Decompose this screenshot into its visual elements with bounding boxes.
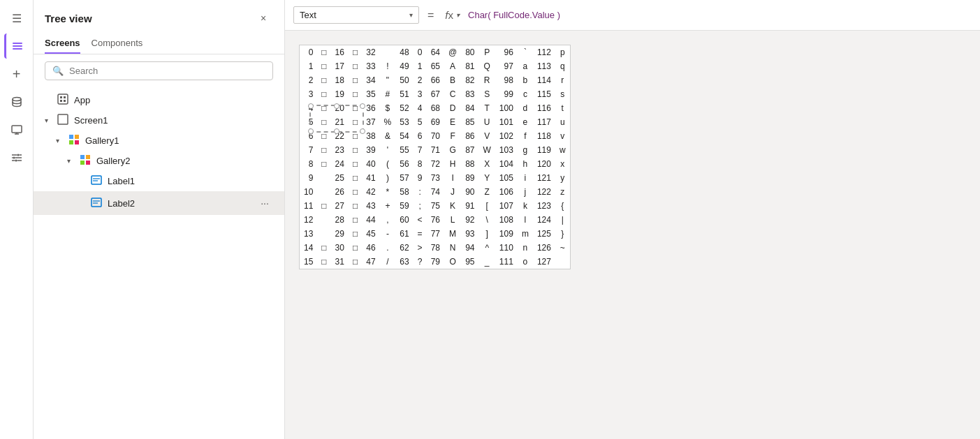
table-cell-num[interactable]: 73 xyxy=(427,171,444,185)
table-cell-char[interactable]: A xyxy=(444,59,461,73)
table-cell-char[interactable]: □ xyxy=(317,115,330,129)
table-cell-char[interactable]: □ xyxy=(349,129,362,143)
table-cell-char[interactable]: s xyxy=(555,87,570,101)
table-cell-char[interactable]: Z xyxy=(479,185,495,199)
table-cell-num[interactable]: 9 xyxy=(300,171,317,185)
table-cell-num[interactable]: 54 xyxy=(395,129,413,143)
table-cell-char[interactable]: 4 xyxy=(414,101,427,115)
table-cell-num[interactable]: 90 xyxy=(461,185,478,199)
table-cell-num[interactable]: 32 xyxy=(362,45,379,59)
table-cell-num[interactable]: 45 xyxy=(362,227,379,241)
table-cell-num[interactable]: 100 xyxy=(495,101,518,115)
table-cell-char[interactable]: r xyxy=(555,73,570,87)
controls-icon[interactable] xyxy=(4,145,29,170)
table-cell-char[interactable]: t xyxy=(555,101,570,115)
table-cell-char[interactable]: y xyxy=(555,171,570,185)
table-cell-char[interactable]: | xyxy=(555,213,570,227)
table-cell-num[interactable]: 12 xyxy=(300,213,317,227)
table-cell-num[interactable]: 62 xyxy=(395,241,413,255)
table-cell-char[interactable]: □ xyxy=(349,171,362,185)
table-cell-num[interactable]: 14 xyxy=(300,241,317,255)
table-cell-char[interactable]: / xyxy=(380,255,396,269)
table-cell-num[interactable]: 1 xyxy=(300,59,317,73)
table-cell-num[interactable]: 78 xyxy=(427,241,444,255)
table-cell-char[interactable]: E xyxy=(444,115,461,129)
tree-item-gallery1[interactable]: ▾ Gallery1 xyxy=(34,131,284,151)
table-cell-num[interactable]: 70 xyxy=(427,129,444,143)
table-cell-num[interactable]: 20 xyxy=(331,101,349,115)
table-cell-char[interactable]: @ xyxy=(444,45,461,59)
table-cell-num[interactable]: 66 xyxy=(427,73,444,87)
table-cell-num[interactable]: 75 xyxy=(427,199,444,213)
table-cell-char[interactable]: 1 xyxy=(414,59,427,73)
table-cell-char[interactable]: □ xyxy=(317,87,330,101)
table-cell-num[interactable]: 28 xyxy=(331,213,349,227)
table-cell-char[interactable]: \ xyxy=(479,213,495,227)
table-cell-num[interactable]: 74 xyxy=(427,185,444,199)
table-cell-char[interactable]: ? xyxy=(414,255,427,269)
table-cell-num[interactable]: 81 xyxy=(461,59,478,73)
table-cell-num[interactable]: 52 xyxy=(395,101,413,115)
table-cell-char[interactable]: ~ xyxy=(555,241,570,255)
table-cell-num[interactable]: 106 xyxy=(495,185,518,199)
table-cell-num[interactable]: 33 xyxy=(362,59,379,73)
table-cell-num[interactable]: 16 xyxy=(331,45,349,59)
table-cell-num[interactable]: 8 xyxy=(300,157,317,171)
table-cell-num[interactable]: 46 xyxy=(362,241,379,255)
table-cell-num[interactable]: 121 xyxy=(533,171,555,185)
table-cell-char[interactable]: 6 xyxy=(414,129,427,143)
table-cell-num[interactable]: 105 xyxy=(495,171,518,185)
table-cell-num[interactable]: 118 xyxy=(533,129,555,143)
table-cell-num[interactable]: 102 xyxy=(495,129,518,143)
table-cell-char[interactable]: □ xyxy=(317,241,330,255)
table-cell-char[interactable]: □ xyxy=(349,59,362,73)
table-cell-num[interactable]: 36 xyxy=(362,101,379,115)
table-cell-char[interactable] xyxy=(317,185,330,199)
table-cell-num[interactable]: 96 xyxy=(495,45,518,59)
tree-item-gallery2[interactable]: ▾ Gallery2 xyxy=(34,151,284,171)
table-cell-char[interactable]: P xyxy=(479,45,495,59)
table-cell-num[interactable]: 58 xyxy=(395,185,413,199)
tree-item-screen1[interactable]: ▾ Screen1 xyxy=(34,110,284,131)
table-cell-char[interactable]: ^ xyxy=(479,241,495,255)
table-cell-char[interactable]: G xyxy=(444,143,461,157)
table-cell-num[interactable]: 6 xyxy=(300,129,317,143)
table-cell-char[interactable] xyxy=(317,227,330,241)
table-cell-char[interactable] xyxy=(380,45,396,59)
table-cell-num[interactable]: 119 xyxy=(533,143,555,157)
table-cell-char[interactable]: □ xyxy=(349,185,362,199)
table-cell-char[interactable]: q xyxy=(555,59,570,73)
table-cell-char[interactable]: ' xyxy=(380,143,396,157)
table-cell-char[interactable]: 0 xyxy=(414,45,427,59)
table-cell-char[interactable]: d xyxy=(518,101,533,115)
table-cell-num[interactable]: 25 xyxy=(331,171,349,185)
table-cell-char[interactable]: □ xyxy=(317,157,330,171)
canvas-area[interactable]: 0□16□3248064@80P96`112p1□17□33!49165A81Q… xyxy=(285,31,980,439)
table-cell-num[interactable]: 110 xyxy=(495,241,518,255)
table-cell-char[interactable]: □ xyxy=(317,101,330,115)
table-cell-char[interactable]: $ xyxy=(380,101,396,115)
table-cell-num[interactable]: 3 xyxy=(300,87,317,101)
table-cell-char[interactable]: u xyxy=(555,115,570,129)
table-cell-char[interactable]: + xyxy=(380,199,396,213)
table-cell-char[interactable]: □ xyxy=(317,143,330,157)
table-cell-char[interactable]: 5 xyxy=(414,115,427,129)
table-cell-num[interactable]: 124 xyxy=(533,213,555,227)
table-cell-num[interactable]: 126 xyxy=(533,241,555,255)
table-cell-num[interactable]: 83 xyxy=(461,87,478,101)
table-cell-num[interactable]: 2 xyxy=(300,73,317,87)
table-cell-char[interactable]: □ xyxy=(317,73,330,87)
table-cell-char[interactable]: ` xyxy=(518,45,533,59)
table-cell-num[interactable]: 61 xyxy=(395,227,413,241)
table-cell-char[interactable]: □ xyxy=(349,255,362,269)
table-cell-num[interactable]: 84 xyxy=(461,101,478,115)
table-cell-num[interactable]: 17 xyxy=(331,59,349,73)
table-cell-num[interactable]: 85 xyxy=(461,115,478,129)
table-cell-num[interactable]: 112 xyxy=(533,45,555,59)
table-cell-char[interactable]: □ xyxy=(349,241,362,255)
table-cell-char[interactable]: l xyxy=(518,213,533,227)
table-cell-char[interactable]: ( xyxy=(380,157,396,171)
table-cell-char[interactable]: X xyxy=(479,157,495,171)
table-cell-num[interactable]: 117 xyxy=(533,115,555,129)
table-cell-num[interactable]: 108 xyxy=(495,213,518,227)
